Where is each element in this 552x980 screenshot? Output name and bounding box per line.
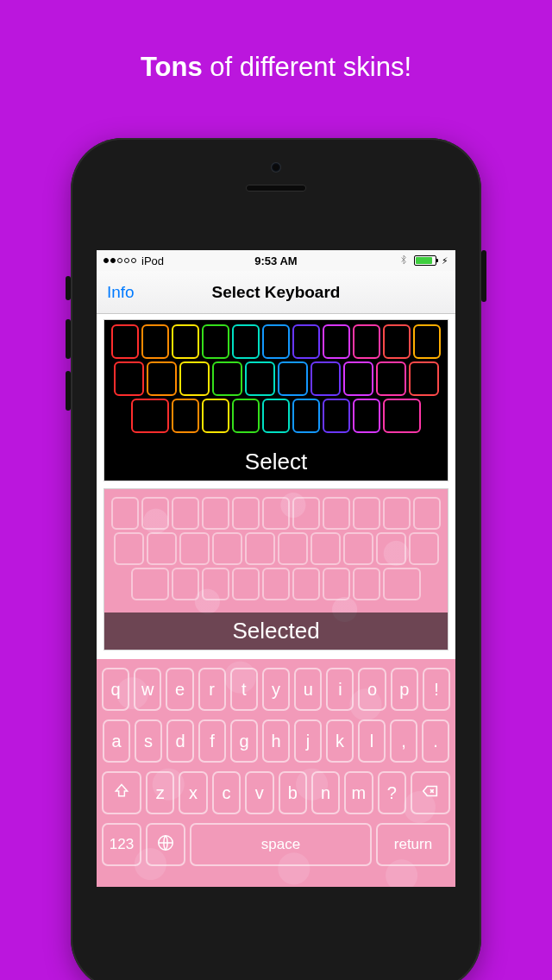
key-k[interactable]: k [326, 719, 354, 763]
shift-icon [113, 782, 130, 804]
return-key-label: return [394, 836, 432, 853]
key-s[interactable]: s [135, 719, 162, 763]
key-l[interactable]: l [358, 719, 386, 763]
power-button [481, 250, 486, 302]
front-camera [271, 162, 281, 173]
mute-switch [66, 276, 71, 300]
key-i[interactable]: i [326, 668, 354, 711]
key-d[interactable]: d [166, 719, 194, 763]
key-f[interactable]: f [198, 719, 226, 763]
key-?[interactable]: ? [378, 771, 406, 814]
skin-action-label[interactable]: Selected [104, 612, 448, 650]
skin-action-label[interactable]: Select [104, 443, 448, 481]
backspace-key[interactable] [411, 771, 450, 814]
key-h[interactable]: h [262, 719, 290, 763]
key-o[interactable]: o [358, 668, 386, 711]
key-e[interactable]: e [166, 668, 193, 711]
return-key[interactable]: return [376, 823, 450, 866]
globe-icon [156, 833, 175, 857]
headline: Tons of different skins! [0, 0, 552, 83]
headline-rest: of different skins! [203, 52, 411, 82]
numbers-key-label: 123 [110, 836, 134, 853]
key-.[interactable]: . [422, 719, 449, 763]
key-m[interactable]: m [344, 771, 373, 814]
key-c[interactable]: c [212, 771, 241, 814]
skin-card-rainbow[interactable]: Select [104, 319, 448, 481]
backspace-icon [421, 782, 440, 805]
phone-frame: iPod 9:53 AM ⚡︎ Info Select Keyboard Sel [71, 138, 481, 980]
key-v[interactable]: v [245, 771, 273, 814]
volume-down-button [66, 371, 71, 411]
key-y[interactable]: y [262, 668, 290, 711]
key-j[interactable]: j [294, 719, 322, 763]
space-key[interactable]: space [190, 823, 372, 866]
skin-list[interactable]: Select Selected [97, 314, 455, 659]
battery-icon [414, 255, 436, 266]
nav-title: Select Keyboard [97, 283, 455, 302]
keyboard: qwertyuiop! asdfghjkl,. zxcvbnm? 123 spa… [97, 659, 455, 887]
earpiece-speaker [246, 185, 306, 192]
key-b[interactable]: b [279, 771, 307, 814]
key-t[interactable]: t [230, 668, 258, 711]
volume-up-button [66, 319, 71, 359]
key-n[interactable]: n [311, 771, 340, 814]
shift-key[interactable] [102, 771, 141, 814]
key-q[interactable]: q [102, 668, 129, 711]
numbers-key[interactable]: 123 [102, 823, 141, 866]
status-bar: iPod 9:53 AM ⚡︎ [97, 250, 455, 271]
globe-key[interactable] [146, 823, 185, 866]
key-g[interactable]: g [230, 719, 258, 763]
key-z[interactable]: z [146, 771, 174, 814]
skin-card-pink[interactable]: Selected [104, 488, 448, 650]
nav-bar: Info Select Keyboard [97, 271, 455, 314]
key-r[interactable]: r [198, 668, 226, 711]
key-u[interactable]: u [294, 668, 322, 711]
status-time: 9:53 AM [97, 254, 455, 267]
key-x[interactable]: x [179, 771, 207, 814]
key-,[interactable]: , [390, 719, 417, 763]
key-p[interactable]: p [391, 668, 418, 711]
headline-bold: Tons [141, 52, 203, 82]
key-w[interactable]: w [134, 668, 161, 711]
screen: iPod 9:53 AM ⚡︎ Info Select Keyboard Sel [97, 250, 455, 887]
space-key-label: space [261, 836, 300, 853]
key-![interactable]: ! [423, 668, 450, 711]
key-a[interactable]: a [103, 719, 130, 763]
